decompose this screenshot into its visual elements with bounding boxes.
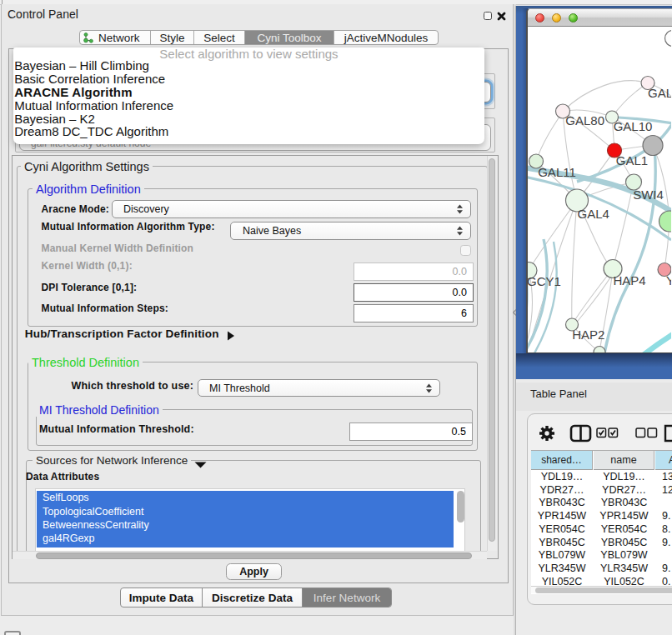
svg-text:GAL11: GAL11 [538,165,576,179]
svg-text:GAL4: GAL4 [578,207,609,221]
svg-text:GCY1: GCY1 [528,274,561,288]
svg-text:HAP2: HAP2 [572,328,604,342]
svg-text:YM: YM [666,273,671,288]
svg-text:SWI4: SWI4 [633,188,664,202]
svg-text:GAL2: GAL2 [648,86,671,100]
svg-text:HAP4: HAP4 [613,273,645,288]
svg-text:GAL10: GAL10 [614,119,653,133]
svg-text:GAL1: GAL1 [616,153,648,168]
svg-text:GAL80: GAL80 [565,113,604,128]
